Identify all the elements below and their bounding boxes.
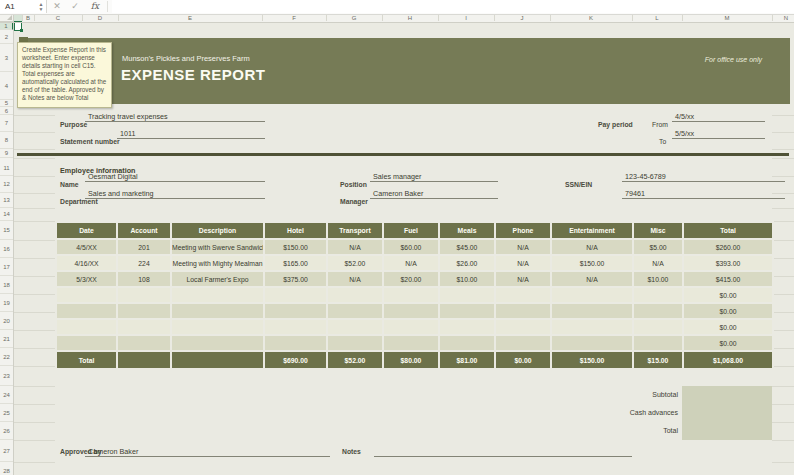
total-row-cell[interactable]: $52.00 — [327, 351, 383, 369]
table-cell[interactable] — [495, 303, 551, 319]
table-cell[interactable] — [56, 303, 117, 319]
table-cell[interactable]: $0.00 — [683, 303, 773, 319]
table-cell[interactable]: $0.00 — [683, 335, 773, 351]
row-header-20[interactable]: 20 — [0, 312, 13, 330]
table-cell[interactable] — [264, 287, 327, 303]
row-header-8[interactable]: 8 — [0, 132, 13, 149]
row-header-22[interactable]: 22 — [0, 348, 13, 366]
table-cell[interactable]: N/A — [327, 239, 383, 255]
table-cell[interactable] — [56, 335, 117, 351]
table-header-cell[interactable]: Fuel — [383, 222, 439, 239]
column-header-d[interactable]: D — [98, 14, 102, 22]
table-cell[interactable]: $150.00 — [551, 255, 633, 271]
table-header-cell[interactable]: Account — [117, 222, 171, 239]
table-cell[interactable]: 108 — [117, 271, 171, 287]
table-cell[interactable] — [383, 335, 439, 351]
column-header-n[interactable]: N — [784, 14, 788, 22]
table-cell[interactable]: $26.00 — [439, 255, 495, 271]
cancel-icon[interactable]: ✕ — [50, 0, 64, 13]
total-row-cell[interactable]: $0.00 — [495, 351, 551, 369]
table-cell[interactable]: N/A — [551, 239, 633, 255]
position-value[interactable]: Sales manager — [370, 172, 498, 182]
row-header-27[interactable]: 27 — [0, 440, 13, 462]
table-cell[interactable]: $260.00 — [683, 239, 773, 255]
from-value[interactable]: 4/5/xx — [672, 112, 765, 122]
select-all-corner[interactable] — [0, 14, 14, 22]
row-header-11[interactable]: 11 — [0, 160, 13, 176]
table-cell[interactable] — [264, 319, 327, 335]
column-header-c[interactable]: C — [56, 14, 60, 22]
table-cell[interactable]: N/A — [495, 271, 551, 287]
table-cell[interactable] — [383, 287, 439, 303]
name-box-spinner[interactable]: ▲▼ — [36, 1, 46, 12]
table-cell[interactable] — [171, 303, 264, 319]
table-header-cell[interactable]: Hotel — [264, 222, 327, 239]
table-cell[interactable]: $0.00 — [683, 287, 773, 303]
table-cell[interactable]: N/A — [633, 255, 683, 271]
total-row-cell[interactable]: $1,068.00 — [683, 351, 773, 369]
employee-id-value[interactable]: 79461 — [622, 189, 785, 199]
table-cell[interactable]: N/A — [551, 271, 633, 287]
table-cell[interactable] — [495, 335, 551, 351]
row-header-14[interactable]: 14 — [0, 208, 13, 221]
statement-number-value[interactable]: 1011 — [117, 129, 265, 139]
row-header-23[interactable]: 23 — [0, 366, 13, 386]
table-cell[interactable] — [117, 303, 171, 319]
table-header-cell[interactable]: Phone — [495, 222, 551, 239]
table-cell[interactable] — [439, 303, 495, 319]
table-header-cell[interactable]: Transport — [327, 222, 383, 239]
row-header-15[interactable]: 15 — [0, 221, 13, 240]
column-header-k[interactable]: K — [589, 14, 593, 22]
row-header-5[interactable]: 5 — [0, 100, 13, 107]
table-cell[interactable] — [171, 287, 264, 303]
row-header-7[interactable]: 7 — [0, 115, 13, 132]
table-cell[interactable]: $10.00 — [633, 271, 683, 287]
approved-by-value[interactable]: Cameron Baker — [85, 447, 330, 457]
table-cell[interactable]: $415.00 — [683, 271, 773, 287]
notes-value[interactable] — [374, 447, 632, 457]
row-header-28[interactable]: 28 — [0, 462, 13, 475]
table-cell[interactable]: 4/16/XX — [56, 255, 117, 271]
table-cell[interactable] — [327, 303, 383, 319]
table-cell[interactable]: $393.00 — [683, 255, 773, 271]
table-cell[interactable] — [439, 287, 495, 303]
table-cell[interactable] — [439, 319, 495, 335]
total-row-cell[interactable]: $150.00 — [551, 351, 633, 369]
ssn-value[interactable]: 123-45-6789 — [622, 172, 785, 182]
table-cell[interactable] — [551, 335, 633, 351]
table-cell[interactable]: $0.00 — [683, 319, 773, 335]
table-cell[interactable]: $165.00 — [264, 255, 327, 271]
table-header-cell[interactable]: Meals — [439, 222, 495, 239]
column-header-m[interactable]: M — [725, 14, 730, 22]
table-cell[interactable] — [495, 319, 551, 335]
row-header-24[interactable]: 24 — [0, 386, 13, 404]
table-cell[interactable]: N/A — [327, 271, 383, 287]
table-header-cell[interactable]: Date — [56, 222, 117, 239]
row-header-25[interactable]: 25 — [0, 404, 13, 422]
purpose-value[interactable]: Tracking travel expenses — [85, 112, 265, 122]
table-cell[interactable] — [633, 303, 683, 319]
row-header-13[interactable]: 13 — [0, 193, 13, 208]
table-cell[interactable] — [633, 319, 683, 335]
column-header-h[interactable]: H — [408, 14, 412, 22]
table-cell[interactable]: $150.00 — [264, 239, 327, 255]
table-cell[interactable] — [56, 287, 117, 303]
enter-check-icon[interactable]: ✓ — [68, 0, 82, 13]
table-cell[interactable] — [383, 303, 439, 319]
table-cell[interactable]: 5/3/XX — [56, 271, 117, 287]
to-value[interactable]: 5/5/xx — [672, 129, 765, 139]
table-cell[interactable] — [264, 303, 327, 319]
table-cell[interactable] — [327, 319, 383, 335]
row-header-17[interactable]: 17 — [0, 258, 13, 276]
row-header-1[interactable]: 1 — [0, 22, 13, 30]
column-header-b[interactable]: B — [26, 14, 30, 22]
table-cell[interactable]: Meeting with Mighty Mealman — [171, 255, 264, 271]
table-cell[interactable] — [171, 335, 264, 351]
table-cell[interactable]: N/A — [495, 239, 551, 255]
column-header-g[interactable]: G — [352, 14, 357, 22]
table-cell[interactable] — [56, 319, 117, 335]
column-header-j[interactable]: J — [521, 14, 524, 22]
table-cell[interactable] — [327, 287, 383, 303]
column-header-l[interactable]: L — [655, 14, 658, 22]
column-header-i[interactable]: I — [465, 14, 467, 22]
